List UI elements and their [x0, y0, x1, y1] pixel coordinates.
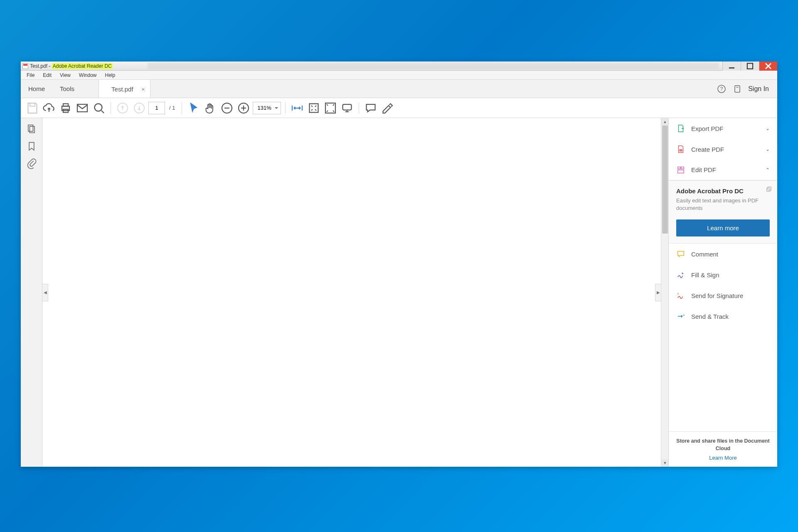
menu-window[interactable]: Window: [75, 71, 101, 79]
notifications-icon[interactable]: [732, 84, 742, 94]
chevron-up-icon: ⌃: [766, 167, 770, 173]
menu-file[interactable]: File: [22, 71, 39, 79]
fullscreen-button[interactable]: [323, 101, 338, 116]
svg-point-34: [683, 315, 684, 316]
read-mode-button[interactable]: [340, 101, 355, 116]
scroll-thumb[interactable]: [662, 126, 668, 234]
edit-pdf-label: Edit PDF: [691, 166, 716, 173]
toolbar-separator: [182, 102, 182, 114]
export-pdf-icon: [676, 124, 685, 133]
background-tabs-blur: [148, 62, 719, 69]
send-track-label: Send & Track: [691, 313, 729, 320]
send-track-icon: [676, 312, 685, 321]
menu-help[interactable]: Help: [101, 71, 120, 79]
document-tab[interactable]: Test.pdf ×: [99, 80, 150, 98]
cloud-promo-title: Store and share files in the Document Cl…: [675, 438, 771, 452]
zoom-out-button[interactable]: [219, 101, 234, 116]
fill-sign-icon: [676, 270, 685, 279]
create-pdf-icon: [676, 145, 685, 154]
svg-line-14: [101, 111, 104, 113]
scroll-down-icon[interactable]: ▼: [661, 459, 668, 467]
send-signature-tool[interactable]: x Send for Signature: [669, 285, 777, 306]
collapse-left-icon[interactable]: ◀: [42, 284, 48, 301]
selection-tool-button[interactable]: [186, 101, 201, 116]
attachments-icon[interactable]: [26, 158, 37, 170]
create-pdf-tool[interactable]: Create PDF ⌄: [669, 139, 777, 160]
print-button[interactable]: [58, 101, 73, 116]
chevron-down-icon: ⌄: [766, 146, 770, 152]
promo-subtitle: Easily edit text and images in PDF docum…: [676, 197, 770, 212]
svg-text:?: ?: [720, 86, 723, 92]
maximize-button[interactable]: [741, 62, 759, 71]
svg-rect-28: [678, 167, 680, 169]
send-signature-icon: x: [676, 291, 685, 300]
comment-tool-button[interactable]: [363, 101, 378, 116]
send-track-tool[interactable]: Send & Track: [669, 306, 777, 327]
next-page-button: [132, 101, 147, 116]
close-button[interactable]: [759, 62, 777, 71]
nav-home[interactable]: Home: [21, 80, 52, 98]
export-pdf-tool[interactable]: Export PDF ⌄: [669, 118, 777, 139]
cloud-promo: Store and share files in the Document Cl…: [669, 431, 777, 467]
highlight-tool-button[interactable]: [380, 101, 395, 116]
toolbar-separator: [285, 102, 286, 114]
close-tab-icon[interactable]: ×: [141, 86, 145, 93]
fit-width-button[interactable]: [290, 101, 305, 116]
edit-pdf-tool[interactable]: Edit PDF ⌃: [669, 160, 777, 180]
svg-rect-32: [768, 187, 771, 190]
svg-rect-31: [767, 188, 770, 191]
comment-tool[interactable]: Comment: [669, 244, 777, 264]
title-file-name: Test.pdf: [30, 63, 47, 69]
page-total-label: / 1: [167, 105, 177, 111]
document-tab-label: Test.pdf: [111, 86, 133, 93]
svg-rect-6: [735, 86, 740, 92]
vertical-scrollbar[interactable]: ▲ ▼: [661, 118, 668, 467]
thumbnails-icon[interactable]: [26, 123, 37, 135]
chevron-down-icon: ⌄: [766, 126, 770, 131]
menu-edit[interactable]: Edit: [39, 71, 56, 79]
svg-rect-25: [28, 125, 33, 131]
zoom-select[interactable]: 131%: [253, 102, 281, 114]
fill-sign-label: Fill & Sign: [691, 271, 719, 278]
help-icon[interactable]: ?: [717, 84, 727, 94]
menu-bar: File Edit View Window Help: [21, 71, 777, 80]
svg-rect-24: [342, 104, 351, 110]
cloud-upload-button[interactable]: [42, 101, 57, 116]
svg-rect-29: [681, 167, 684, 169]
learn-more-button[interactable]: Learn more: [676, 219, 770, 236]
search-button[interactable]: [91, 101, 106, 116]
app-icon: [22, 63, 28, 69]
title-bar: Test.pdf - Adobe Acrobat Reader DC: [21, 62, 777, 71]
fill-sign-tool[interactable]: Fill & Sign: [669, 264, 777, 285]
svg-text:x: x: [677, 293, 679, 296]
prev-page-button: [115, 101, 130, 116]
scroll-up-icon[interactable]: ▲: [661, 118, 668, 126]
sign-in-link[interactable]: Sign In: [748, 85, 769, 93]
zoom-in-button[interactable]: [236, 101, 251, 116]
toolbar-separator: [111, 102, 111, 114]
document-view[interactable]: ▲ ▼ ▶: [42, 118, 668, 467]
svg-point-13: [95, 103, 102, 111]
svg-rect-22: [309, 103, 318, 112]
menu-view[interactable]: View: [56, 71, 75, 79]
hand-tool-button[interactable]: [203, 101, 218, 116]
page-number-input[interactable]: [148, 102, 165, 114]
export-pdf-label: Export PDF: [691, 125, 724, 132]
svg-point-35: [684, 315, 685, 316]
fit-page-button[interactable]: [306, 101, 321, 116]
bookmarks-icon[interactable]: [26, 140, 37, 152]
cloud-learn-more-link[interactable]: Learn More: [675, 455, 771, 461]
promo-stack-icon: [766, 186, 772, 194]
comment-icon: [676, 249, 685, 259]
minimize-button[interactable]: [722, 62, 741, 71]
create-pdf-label: Create PDF: [691, 146, 724, 153]
application-window: Test.pdf - Adobe Acrobat Reader DC File …: [21, 62, 777, 467]
svg-rect-26: [30, 126, 34, 133]
comment-label: Comment: [691, 251, 718, 258]
email-button[interactable]: [75, 101, 90, 116]
tab-bar: Home Tools Test.pdf × ? Sign In: [21, 80, 777, 98]
edit-pdf-icon: [676, 165, 685, 175]
nav-tools[interactable]: Tools: [52, 80, 82, 98]
promo-panel: Adobe Acrobat Pro DC Easily edit text an…: [669, 180, 777, 244]
collapse-right-icon[interactable]: ▶: [655, 284, 661, 301]
